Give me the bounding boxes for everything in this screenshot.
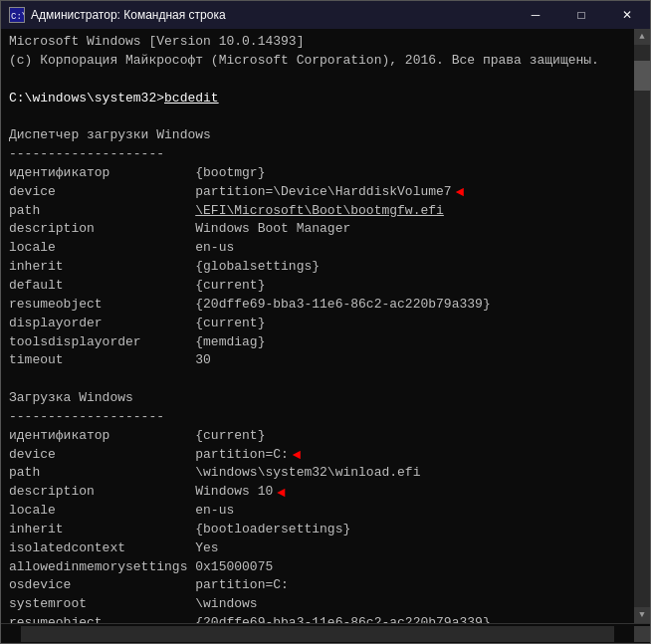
console-line-arrow2: device partition=C: ◄ (9, 446, 642, 465)
console-line (9, 370, 642, 389)
svg-text:C:\: C:\ (11, 12, 24, 22)
console-line: идентификатор {current} (9, 427, 642, 446)
minimize-button[interactable]: ─ (513, 1, 558, 29)
console-line: displayorder {current} (9, 315, 642, 333)
console-line: osdevice partition=C: (9, 576, 642, 595)
console-line: path \windows\system32\winload.efi (9, 464, 642, 483)
console-line (9, 107, 642, 126)
console-line: Microsoft Windows [Version 10.0.14393] (9, 33, 642, 52)
console-line: description Windows Boot Manager (9, 220, 642, 239)
console-line-text: description Windows 10 (9, 483, 273, 502)
timeout-line: timeout 30 (9, 351, 642, 370)
console-line-arrow: device partition=\Device\HarddiskVolume7… (9, 183, 642, 202)
section-header-bootmgr: Диспетчер загрузки Windows (9, 126, 642, 145)
scroll-thumb[interactable] (634, 61, 650, 91)
console-line: toolsdisplayorder {memdiag} (9, 333, 642, 352)
cmd-icon: C:\ (9, 7, 25, 23)
console-output[interactable]: Microsoft Windows [Version 10.0.14393] (… (1, 29, 650, 623)
console-line: default {current} (9, 277, 642, 296)
vertical-scrollbar[interactable]: ▲ ▼ (634, 29, 650, 623)
bottom-bar (1, 623, 650, 643)
console-line: resumeobject {20dffe69-bba3-11e6-86c2-ac… (9, 614, 642, 623)
console-line-text: device partition=\Device\HarddiskVolume7 (9, 183, 452, 202)
console-line: inherit {bootloadersettings} (9, 521, 642, 539)
red-arrow-icon: ◄ (456, 184, 464, 200)
console-line-arrow3: description Windows 10 ◄ (9, 483, 642, 502)
console-line: идентификатор {bootmgr} (9, 164, 642, 183)
section-header-winload: Загрузка Windows (9, 389, 642, 408)
console-line: locale en-us (9, 502, 642, 521)
console-line: inherit {globalsettings} (9, 258, 642, 277)
scroll-down-button[interactable]: ▼ (634, 607, 650, 623)
title-bar: C:\ Администратор: Командная строка ─ □ … (1, 1, 650, 29)
red-arrow-icon2: ◄ (293, 447, 301, 463)
resize-corner[interactable] (634, 626, 650, 642)
red-arrow-icon3: ◄ (277, 485, 285, 501)
console-line: locale en-us (9, 239, 642, 258)
console-line: systemroot \windows (9, 595, 642, 614)
cmd-window: C:\ Администратор: Командная строка ─ □ … (0, 0, 651, 644)
console-line (9, 71, 642, 90)
console-line: isolatedcontext Yes (9, 539, 642, 558)
window-controls: ─ □ ✕ (513, 1, 650, 29)
horizontal-scrollbar[interactable] (21, 626, 614, 642)
console-line: resumeobject {20dffe69-bba3-11e6-86c2-ac… (9, 296, 642, 315)
console-line-text: device partition=C: (9, 446, 289, 465)
console-separator: -------------------- (9, 408, 642, 427)
close-button[interactable]: ✕ (604, 1, 650, 29)
scroll-up-button[interactable]: ▲ (634, 29, 650, 45)
console-line: path \EFI\Microsoft\Boot\bootmgfw.efi (9, 202, 642, 221)
maximize-button[interactable]: □ (558, 1, 604, 29)
console-line: allowedinmemorysettings 0x15000075 (9, 558, 642, 577)
console-line: (с) Корпорация Майкрософт (Microsoft Cor… (9, 52, 642, 71)
console-separator: -------------------- (9, 145, 642, 164)
console-command: C:\windows\system32>bcdedit (9, 90, 642, 108)
